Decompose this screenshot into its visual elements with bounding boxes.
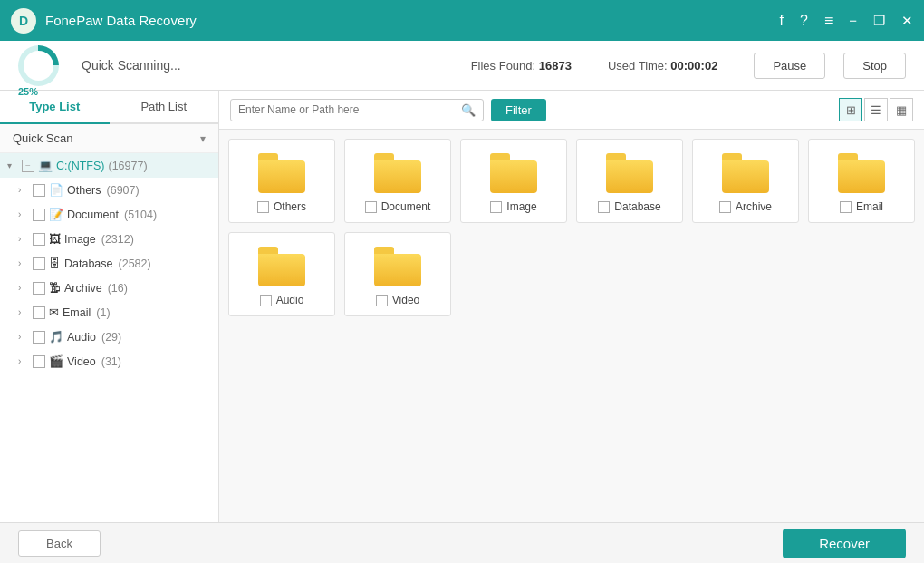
tree-item[interactable]: › 🗄 Database (2582) — [0, 251, 218, 276]
maximize-button[interactable]: ❐ — [873, 13, 885, 29]
recover-button[interactable]: Recover — [783, 529, 906, 558]
tree-item-checkbox[interactable] — [33, 184, 45, 197]
tree-item-checkbox[interactable] — [33, 282, 45, 295]
quick-scan-label: Quick Scan — [13, 131, 72, 145]
file-item[interactable]: Video — [344, 232, 451, 316]
file-checkbox[interactable] — [365, 201, 377, 213]
type-icon: 🗜 — [49, 281, 61, 295]
tree-item-label: Image — [64, 233, 96, 246]
file-checkbox[interactable] — [719, 201, 731, 213]
type-icon: 🗄 — [49, 257, 61, 270]
search-box: 🔍 — [230, 99, 484, 121]
chevron-down-icon: ▾ — [200, 132, 206, 145]
tree-arrow-icon: › — [18, 234, 29, 244]
file-item[interactable]: Database — [576, 139, 683, 223]
tree-arrow-icon: › — [18, 307, 29, 317]
file-checkbox[interactable] — [376, 295, 388, 306]
tree-item[interactable]: › 🎵 Audio (29) — [0, 325, 218, 349]
title-bar: D FonePaw Data Recovery f ? ≡ − ❐ ✕ — [0, 0, 924, 41]
progress-percent: 25% — [18, 86, 38, 97]
title-bar-left: D FonePaw Data Recovery — [11, 8, 197, 34]
back-button[interactable]: Back — [18, 530, 101, 557]
type-icon: 📄 — [49, 183, 63, 197]
folder-icon — [490, 153, 537, 193]
file-label: Email — [856, 200, 883, 213]
file-label: Others — [274, 200, 306, 213]
tree-item[interactable]: › 🎬 Video (31) — [0, 349, 218, 374]
progress-circle: 25% — [18, 45, 59, 86]
file-item[interactable]: Archive — [692, 139, 799, 223]
file-item[interactable]: Document — [344, 139, 451, 223]
file-item[interactable]: Image — [460, 139, 567, 223]
file-checkbox[interactable] — [598, 201, 610, 213]
file-item-bottom: Video — [354, 294, 441, 306]
grid-view-button[interactable]: ⊞ — [839, 98, 862, 121]
tree-item[interactable]: › 🗜 Archive (16) — [0, 276, 218, 300]
details-view-button[interactable]: ▦ — [890, 98, 913, 121]
tree-item-checkbox[interactable] — [33, 355, 45, 368]
stop-button[interactable]: Stop — [843, 53, 906, 79]
main-layout: Type List Path List Quick Scan ▾ ▾ − 💻 C… — [0, 91, 924, 522]
folder-icon — [374, 247, 421, 286]
file-item[interactable]: Others — [228, 139, 335, 223]
menu-icon[interactable]: ≡ — [824, 13, 833, 29]
tree-root-checkbox[interactable]: − — [22, 160, 34, 172]
pause-button[interactable]: Pause — [754, 53, 825, 79]
file-item-bottom: Archive — [702, 200, 789, 213]
file-label: Video — [392, 294, 419, 306]
facebook-icon[interactable]: f — [780, 13, 784, 29]
tree-root-count: (16977) — [108, 160, 147, 172]
file-item[interactable]: Email — [808, 139, 915, 223]
tab-path-list[interactable]: Path List — [110, 91, 219, 124]
used-time: Used Time: 00:00:02 — [608, 59, 717, 73]
tree-arrow-icon: › — [18, 209, 29, 219]
minimize-button[interactable]: − — [849, 13, 857, 28]
tree-item[interactable]: › 📝 Document (5104) — [0, 202, 218, 227]
tree-items: › 📄 Others (6907) › 📝 Document (5104) › … — [0, 178, 218, 374]
tree-item[interactable]: › 🖼 Image (2312) — [0, 227, 218, 251]
tree-item[interactable]: › ✉ Email (1) — [0, 300, 218, 325]
tree-item-count: (2312) — [101, 233, 134, 246]
file-label: Image — [506, 200, 536, 213]
tree-item-count: (6907) — [107, 184, 140, 197]
file-item-bottom: Database — [586, 200, 673, 213]
tree-arrow-icon: › — [18, 332, 29, 342]
file-checkbox[interactable] — [257, 201, 269, 213]
list-view-button[interactable]: ☰ — [864, 98, 888, 121]
help-icon[interactable]: ? — [800, 13, 808, 29]
folder-icon — [258, 247, 305, 286]
file-checkbox[interactable] — [840, 201, 852, 213]
files-found: Files Found: 16873 — [471, 59, 572, 73]
type-icon: 🎵 — [49, 330, 63, 344]
folder-icon — [606, 153, 653, 193]
file-item[interactable]: Audio — [228, 232, 335, 316]
file-item-bottom: Audio — [238, 294, 325, 306]
file-checkbox[interactable] — [260, 295, 272, 306]
tree-item-checkbox[interactable] — [33, 209, 45, 221]
app-logo: D — [11, 8, 36, 34]
tree-arrow-icon: › — [18, 185, 29, 195]
tab-type-list[interactable]: Type List — [0, 91, 110, 124]
tree-item-count: (29) — [101, 331, 121, 344]
close-button[interactable]: ✕ — [901, 13, 913, 29]
app-title: FonePaw Data Recovery — [45, 13, 197, 28]
tree-root[interactable]: ▾ − 💻 C:(NTFS) (16977) — [0, 153, 218, 178]
tree-item-checkbox[interactable] — [33, 257, 45, 270]
tree-item-label: Video — [67, 355, 96, 368]
tree-item-count: (31) — [101, 355, 121, 368]
file-item-bottom: Image — [470, 200, 557, 213]
tree-item-count: (1) — [96, 306, 110, 319]
search-icon: 🔍 — [461, 103, 476, 117]
tree-item-checkbox[interactable] — [33, 331, 45, 344]
file-checkbox[interactable] — [490, 201, 502, 213]
content-toolbar: 🔍 Filter ⊞ ☰ ▦ — [219, 91, 924, 130]
tree-item-checkbox[interactable] — [33, 306, 45, 319]
tree-arrow-icon: › — [18, 283, 29, 293]
quick-scan-row[interactable]: Quick Scan ▾ — [0, 124, 218, 153]
tree-item-checkbox[interactable] — [33, 233, 45, 246]
filter-button[interactable]: Filter — [491, 99, 546, 121]
content-area: 🔍 Filter ⊞ ☰ ▦ Others — [219, 91, 924, 522]
tree-item-label: Email — [63, 306, 91, 319]
search-input[interactable] — [238, 103, 461, 116]
tree-item[interactable]: › 📄 Others (6907) — [0, 178, 218, 202]
